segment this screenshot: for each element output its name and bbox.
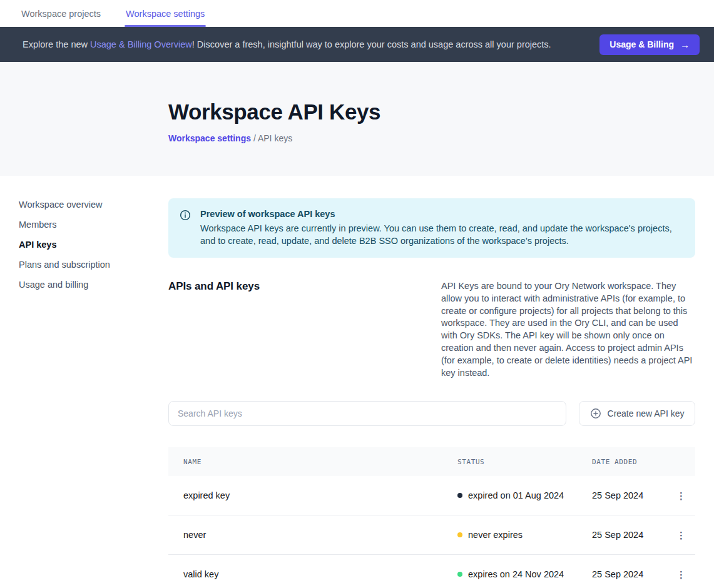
banner-text-prefix: Explore the new	[23, 39, 90, 49]
top-tab-bar: Workspace projects Workspace settings	[0, 0, 714, 27]
workspace-api-keys-page: Workspace projects Workspace settings Ex…	[0, 0, 714, 588]
breadcrumb-workspace-settings-link[interactable]: Workspace settings	[168, 133, 251, 143]
api-key-name: expired key	[168, 490, 457, 500]
usage-billing-overview-link[interactable]: Usage & Billing Overview	[90, 39, 192, 49]
breadcrumb: Workspace settings / API keys	[168, 133, 714, 143]
usage-billing-button[interactable]: Usage & Billing →	[599, 34, 700, 55]
api-key-date-added: 25 Sep 2024	[592, 569, 667, 579]
sidebar-item-usage-and-billing[interactable]: Usage and billing	[19, 280, 168, 290]
banner-text-suffix: ! Discover a fresh, insightful way to ex…	[192, 39, 551, 49]
create-api-key-button-label: Create new API key	[608, 408, 685, 418]
breadcrumb-current: API keys	[258, 133, 292, 143]
row-actions-kebab-icon[interactable]: ⋮	[673, 489, 690, 503]
table-row: valid key expires on 24 Nov 2024 25 Sep …	[168, 555, 695, 588]
table-row: never never expires 25 Sep 2024 ⋮	[168, 515, 695, 555]
table-row: expired key expired on 01 Aug 2024 25 Se…	[168, 476, 695, 515]
sidebar-item-workspace-overview[interactable]: Workspace overview	[19, 200, 168, 210]
section-heading: APIs and API keys	[168, 280, 260, 379]
sidebar-item-members[interactable]: Members	[19, 220, 168, 230]
api-key-date-added: 25 Sep 2024	[592, 490, 667, 500]
main-content: Preview of workspace API keys Workspace …	[168, 176, 695, 588]
create-api-key-button[interactable]: Create new API key	[579, 401, 695, 426]
status-label: never expires	[468, 530, 523, 540]
breadcrumb-separator: /	[253, 133, 258, 143]
status-label: expired on 01 Aug 2024	[468, 490, 564, 500]
row-actions-kebab-icon[interactable]: ⋮	[673, 528, 690, 542]
usage-billing-banner: Explore the new Usage & Billing Overview…	[0, 27, 714, 62]
settings-sidebar: Workspace overview Members API keys Plan…	[0, 176, 168, 588]
status-dot-icon	[457, 572, 462, 577]
preview-info-alert: Preview of workspace API keys Workspace …	[168, 198, 695, 258]
tab-workspace-settings[interactable]: Workspace settings	[126, 0, 205, 27]
api-key-name: valid key	[168, 569, 457, 579]
usage-billing-button-label: Usage & Billing	[609, 39, 674, 49]
search-input[interactable]	[168, 401, 566, 426]
sidebar-item-plans-and-subscription[interactable]: Plans and subscription	[19, 260, 168, 270]
table-controls: Create new API key	[168, 401, 695, 426]
alert-body: Workspace API keys are currently in prev…	[200, 222, 680, 247]
section-description: API Keys are bound to your Ory Network w…	[441, 280, 695, 379]
page-hero: Workspace API Keys Workspace settings / …	[0, 62, 714, 176]
plus-circle-icon	[590, 408, 601, 419]
info-circle-icon	[180, 209, 191, 247]
api-key-status: expired on 01 Aug 2024	[457, 490, 592, 500]
status-dot-icon	[457, 532, 462, 537]
sidebar-item-api-keys[interactable]: API keys	[19, 240, 168, 250]
column-header-date-added: DATE ADDED	[592, 458, 667, 466]
api-key-name: never	[168, 530, 457, 540]
api-keys-table: NAME STATUS DATE ADDED expired key expir…	[168, 447, 695, 588]
page-title: Workspace API Keys	[168, 100, 714, 124]
alert-content: Preview of workspace API keys Workspace …	[200, 209, 680, 247]
column-header-status: STATUS	[457, 458, 592, 466]
tab-workspace-projects[interactable]: Workspace projects	[21, 0, 101, 27]
banner-message: Explore the new Usage & Billing Overview…	[23, 39, 599, 49]
alert-title: Preview of workspace API keys	[200, 209, 680, 219]
table-header-row: NAME STATUS DATE ADDED	[168, 447, 695, 476]
status-dot-icon	[457, 493, 462, 498]
page-body: Workspace overview Members API keys Plan…	[0, 176, 714, 588]
row-actions-kebab-icon[interactable]: ⋮	[673, 567, 690, 582]
api-key-date-added: 25 Sep 2024	[592, 530, 667, 540]
api-key-status: never expires	[457, 530, 592, 540]
status-label: expires on 24 Nov 2024	[468, 569, 564, 579]
api-key-status: expires on 24 Nov 2024	[457, 569, 592, 579]
arrow-right-icon: →	[680, 39, 690, 50]
column-header-name: NAME	[168, 458, 457, 466]
api-keys-section: APIs and API keys API Keys are bound to …	[168, 280, 695, 379]
